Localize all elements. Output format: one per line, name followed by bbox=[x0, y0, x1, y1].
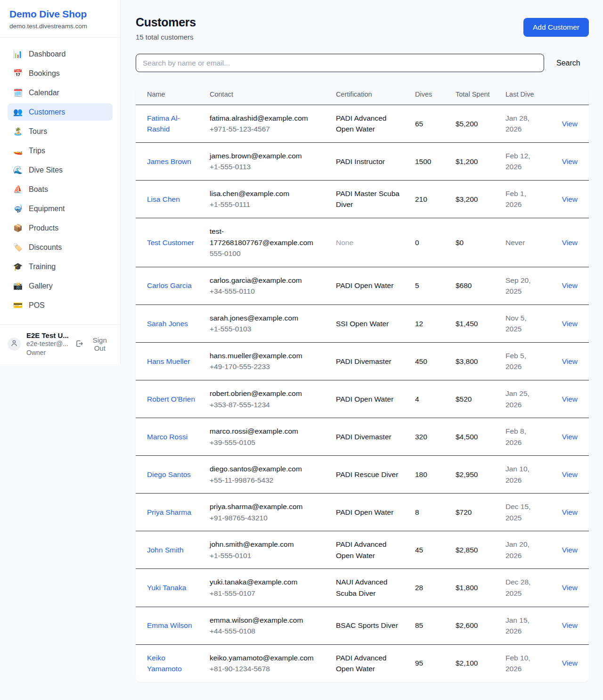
add-customer-button[interactable]: Add Customer bbox=[523, 18, 589, 37]
customer-name-link[interactable]: Hans Mueller bbox=[147, 357, 190, 365]
customer-last-dive-cell: Dec 28, 2025 bbox=[500, 569, 550, 607]
search-input[interactable] bbox=[136, 54, 544, 72]
customer-name-link[interactable]: Carlos Garcia bbox=[147, 281, 192, 289]
sign-out-button[interactable]: Sign Out bbox=[75, 336, 113, 352]
customer-phone: +81-90-1234-5678 bbox=[210, 663, 325, 675]
customer-name-cell: Fatima Al-Rashid bbox=[136, 105, 204, 142]
sidebar-item[interactable]: 📸 Gallery bbox=[8, 277, 113, 295]
search-button[interactable]: Search bbox=[556, 59, 580, 67]
customer-total-spent-cell: $3,800 bbox=[450, 342, 500, 380]
table-row: Diego Santos diego.santos@example.com +5… bbox=[136, 456, 589, 494]
customer-name-link[interactable]: Yuki Tanaka bbox=[147, 584, 186, 592]
view-customer-link[interactable]: View bbox=[562, 281, 578, 289]
sidebar-item[interactable]: 🌊 Dive Sites bbox=[8, 161, 113, 179]
customer-contact-cell: yuki.tanaka@example.com +81-555-0107 bbox=[204, 569, 330, 607]
table-row: Carlos Garcia carlos.garcia@example.com … bbox=[136, 267, 589, 305]
customer-email: john.smith@example.com bbox=[210, 539, 325, 550]
view-customer-link[interactable]: View bbox=[562, 433, 578, 441]
sidebar-item-label: Boats bbox=[29, 185, 48, 194]
customer-certification: PADI Advanced Open Water bbox=[336, 540, 386, 560]
view-customer-link[interactable]: View bbox=[562, 621, 578, 629]
user-info: E2E Test U... e2e-tester@... Owner bbox=[26, 331, 70, 357]
page-header: Customers 15 total customers Add Custome… bbox=[136, 16, 589, 41]
sidebar-item[interactable]: 💳 POS bbox=[8, 296, 113, 314]
view-customer-link[interactable]: View bbox=[562, 395, 578, 403]
user-role: Owner bbox=[26, 348, 70, 357]
customer-name-link[interactable]: Priya Sharma bbox=[147, 508, 191, 516]
customer-name-cell: Lisa Chen bbox=[136, 180, 204, 218]
customer-contact-cell: keiko.yamamoto@example.com +81-90-1234-5… bbox=[204, 644, 330, 682]
customer-email: emma.wilson@example.com bbox=[210, 615, 325, 626]
sidebar-item-icon: 🏷️ bbox=[13, 243, 23, 252]
customer-name-link[interactable]: Lisa Chen bbox=[147, 195, 180, 203]
table-header-row: Name Contact Certification Dives Total S… bbox=[136, 85, 589, 105]
sidebar-item-label: Products bbox=[29, 224, 58, 232]
customer-name-link[interactable]: Sarah Jones bbox=[147, 320, 188, 328]
table-row: Test Customer test-1772681807767@example… bbox=[136, 218, 589, 267]
customer-actions-cell: View bbox=[550, 180, 589, 218]
table-row: John Smith john.smith@example.com +1-555… bbox=[136, 531, 589, 569]
view-customer-link[interactable]: View bbox=[562, 120, 578, 128]
user-email: e2e-tester@... bbox=[26, 339, 70, 348]
customer-certification-cell: PADI Instructor bbox=[330, 142, 409, 180]
customer-actions-cell: View bbox=[550, 569, 589, 607]
sidebar-item-label: Equipment bbox=[29, 205, 65, 213]
table-row: Yuki Tanaka yuki.tanaka@example.com +81-… bbox=[136, 569, 589, 607]
view-customer-link[interactable]: View bbox=[562, 508, 578, 516]
customer-name-link[interactable]: Emma Wilson bbox=[147, 621, 192, 629]
customer-name-link[interactable]: Diego Santos bbox=[147, 470, 191, 478]
customer-certification-cell: PADI Open Water bbox=[330, 380, 409, 418]
customer-phone: +39-555-0105 bbox=[210, 437, 325, 448]
sidebar-item[interactable]: 🤿 Equipment bbox=[8, 200, 113, 217]
customer-certification: NAUI Advanced Scuba Diver bbox=[336, 578, 387, 597]
customer-certification: PADI Master Scuba Diver bbox=[336, 189, 399, 209]
customer-certification: PADI Advanced Open Water bbox=[336, 114, 386, 133]
avatar bbox=[8, 338, 21, 351]
shop-title: Demo Dive Shop bbox=[9, 8, 111, 20]
sidebar-item[interactable]: 🏷️ Discounts bbox=[8, 239, 113, 256]
view-customer-link[interactable]: View bbox=[562, 470, 578, 478]
view-customer-link[interactable]: View bbox=[562, 195, 578, 203]
view-customer-link[interactable]: View bbox=[562, 584, 578, 592]
customer-last-dive-cell: Feb 12, 2026 bbox=[500, 142, 550, 180]
customer-contact-cell: fatima.alrashid@example.com +971-55-123-… bbox=[204, 105, 330, 142]
customer-certification: BSAC Sports Diver bbox=[336, 621, 398, 629]
sidebar-item[interactable]: 📅 Bookings bbox=[8, 65, 113, 82]
view-customer-link[interactable]: View bbox=[562, 357, 578, 365]
sidebar-item[interactable]: 📊 Dashboard bbox=[8, 45, 113, 63]
sidebar-item[interactable]: 🎓 Training bbox=[8, 258, 113, 275]
customer-name-link[interactable]: Test Customer bbox=[147, 239, 194, 247]
customer-actions-cell: View bbox=[550, 142, 589, 180]
sidebar-item[interactable]: 👥 Customers bbox=[8, 103, 113, 121]
customer-name-link[interactable]: Keiko Yamamoto bbox=[147, 654, 182, 673]
page-title: Customers bbox=[136, 16, 196, 29]
customer-name-link[interactable]: Robert O'Brien bbox=[147, 395, 195, 403]
view-customer-link[interactable]: View bbox=[562, 320, 578, 328]
customer-name-cell: Yuki Tanaka bbox=[136, 569, 204, 607]
sidebar-item-icon: 🗓️ bbox=[13, 88, 23, 97]
view-customer-link[interactable]: View bbox=[562, 239, 578, 247]
customer-name-link[interactable]: Fatima Al-Rashid bbox=[147, 114, 180, 133]
view-customer-link[interactable]: View bbox=[562, 659, 578, 667]
customer-total-spent-cell: $1,800 bbox=[450, 569, 500, 607]
customer-email: hans.mueller@example.com bbox=[210, 350, 325, 362]
customer-actions-cell: View bbox=[550, 342, 589, 380]
customer-name-link[interactable]: Marco Rossi bbox=[147, 433, 187, 441]
customer-name-cell: Carlos Garcia bbox=[136, 267, 204, 305]
customer-email: marco.rossi@example.com bbox=[210, 426, 325, 437]
sidebar-item[interactable]: 📦 Products bbox=[8, 219, 113, 237]
sidebar-item[interactable]: 🏝️ Tours bbox=[8, 123, 113, 140]
customer-phone: +81-555-0107 bbox=[210, 588, 325, 599]
sidebar-item-icon: 📊 bbox=[13, 49, 23, 58]
search-row: Search bbox=[136, 54, 589, 72]
sidebar-item-icon: 👥 bbox=[13, 107, 23, 116]
view-customer-link[interactable]: View bbox=[562, 157, 578, 165]
customer-dives-cell: 8 bbox=[409, 494, 450, 531]
sidebar-item-icon: 🌊 bbox=[13, 165, 23, 174]
sidebar-item[interactable]: ⛵ Boats bbox=[8, 181, 113, 198]
view-customer-link[interactable]: View bbox=[562, 546, 578, 554]
sidebar-item[interactable]: 🚤 Trips bbox=[8, 142, 113, 159]
customer-name-link[interactable]: John Smith bbox=[147, 546, 184, 554]
sidebar-item[interactable]: 🗓️ Calendar bbox=[8, 84, 113, 101]
customer-name-link[interactable]: James Brown bbox=[147, 157, 191, 165]
